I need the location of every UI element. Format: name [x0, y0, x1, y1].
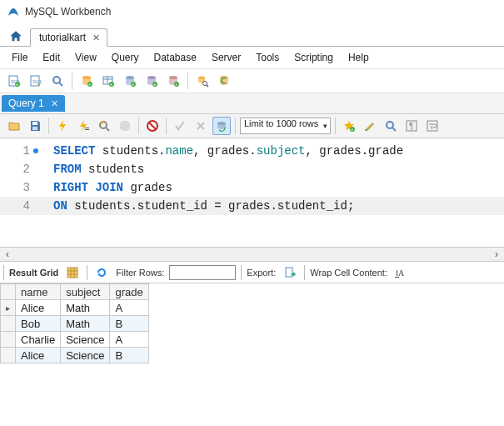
close-icon[interactable]: ✕	[92, 33, 100, 43]
cell[interactable]: Science	[61, 348, 110, 363]
inspector-icon[interactable]	[48, 72, 67, 90]
scroll-left-icon[interactable]: ‹	[0, 248, 15, 261]
column-header-subject[interactable]: subject	[61, 284, 110, 300]
table-row[interactable]: AliceScienceB	[1, 348, 149, 363]
table-row[interactable]: CharlieScienceA	[1, 332, 149, 348]
editor-hscrollbar[interactable]: ‹ ›	[0, 247, 504, 262]
menu-file[interactable]: File	[5, 50, 34, 65]
db-create-view-icon[interactable]: +	[121, 72, 139, 90]
filter-input[interactable]	[169, 265, 236, 280]
svg-rect-53	[286, 268, 292, 277]
editor-line[interactable]: 1SELECT students.name, grades.subject, g…	[0, 142, 504, 160]
toggle-wrap-icon[interactable]	[423, 117, 442, 135]
save-file-icon[interactable]	[26, 117, 44, 135]
query-tab-1[interactable]: Query 1 ✕	[2, 95, 65, 112]
toolbar-separator	[72, 73, 72, 89]
cell[interactable]: Math	[61, 316, 110, 332]
editor-line[interactable]: 3RIGHT JOIN grades	[0, 178, 504, 197]
table-row[interactable]: BobMathB	[1, 316, 149, 332]
menu-server[interactable]: Server	[205, 50, 247, 65]
svg-text:+: +	[132, 82, 134, 87]
svg-line-44	[392, 128, 396, 131]
open-sql-file-icon[interactable]: SQL	[27, 72, 45, 90]
close-icon[interactable]: ✕	[51, 98, 58, 109]
db-create-schema-icon[interactable]: +	[77, 72, 96, 90]
db-reconnect-icon[interactable]	[215, 72, 233, 90]
cell[interactable]: Alice	[16, 300, 61, 316]
cell[interactable]: Alice	[16, 348, 61, 363]
cell[interactable]: Bob	[16, 316, 61, 332]
editor-line[interactable]: 2FROM students	[0, 160, 504, 178]
home-tab[interactable]	[5, 28, 27, 46]
cell[interactable]: A	[110, 332, 148, 348]
svg-text:¶: ¶	[409, 122, 413, 131]
db-search-icon[interactable]	[193, 72, 212, 90]
main-toolbar: SQL+ SQL + + + + +	[0, 68, 504, 93]
cell[interactable]: A	[110, 300, 148, 316]
explain-icon[interactable]	[95, 117, 113, 135]
kill-query-icon[interactable]	[143, 117, 162, 135]
commit-icon[interactable]	[171, 117, 189, 135]
execute-current-icon[interactable]	[74, 117, 92, 135]
toolbar-separator	[187, 73, 188, 89]
find-icon[interactable]	[382, 117, 400, 135]
favorite-icon[interactable]: +	[340, 117, 358, 135]
row-header[interactable]	[1, 316, 16, 332]
breakpoint-dot	[33, 148, 38, 153]
svg-rect-31	[85, 128, 89, 128]
table-row[interactable]: ▸AliceMathA	[1, 300, 149, 316]
column-header-name[interactable]: name	[16, 284, 61, 300]
new-sql-tab-icon[interactable]: SQL+	[5, 72, 23, 90]
row-header[interactable]: ▸	[1, 300, 16, 316]
toggle-invisible-icon[interactable]: ¶	[402, 117, 421, 135]
svg-text:+: +	[175, 82, 177, 87]
beautify-icon[interactable]	[361, 117, 379, 135]
menu-database[interactable]: Database	[147, 50, 203, 65]
db-create-table-icon[interactable]: +	[99, 72, 117, 90]
export-icon[interactable]	[281, 263, 299, 282]
column-header-grade[interactable]: grade	[110, 284, 148, 300]
line-number: 3	[0, 178, 37, 197]
menu-edit[interactable]: Edit	[36, 50, 67, 65]
cell[interactable]: Charlie	[16, 332, 61, 348]
result-grid-view-icon[interactable]	[63, 263, 82, 282]
connection-tabbar: tutorialkart ✕	[0, 23, 504, 47]
wrap-label: Wrap Cell Content:	[310, 268, 387, 278]
row-header-corner	[1, 284, 16, 300]
row-header[interactable]	[1, 332, 16, 348]
cell[interactable]: B	[110, 348, 148, 363]
svg-text:+: +	[110, 82, 112, 87]
connection-tab-tutorialkart[interactable]: tutorialkart ✕	[30, 28, 107, 47]
sql-editor[interactable]: 1SELECT students.name, grades.subject, g…	[0, 138, 504, 247]
rollback-icon[interactable]	[192, 117, 210, 135]
menu-tools[interactable]: Tools	[249, 50, 286, 65]
line-number: 4	[0, 197, 37, 215]
row-limit-dropdown[interactable]: Limit to 1000 rows ▾	[240, 118, 331, 134]
refresh-icon[interactable]	[92, 263, 111, 282]
db-create-func-icon[interactable]: +	[164, 72, 182, 90]
code-text: ON students.student_id = grades.student_…	[37, 197, 354, 215]
editor-line[interactable]: 4ON students.student_id = grades.student…	[0, 197, 504, 215]
cell[interactable]: B	[110, 316, 148, 332]
open-file-icon[interactable]	[5, 117, 23, 135]
svg-rect-30	[32, 127, 37, 130]
svg-rect-32	[85, 129, 89, 130]
row-header[interactable]	[1, 348, 16, 363]
wrap-cell-icon[interactable]: I̲A	[392, 263, 411, 282]
query-toolbar: Limit to 1000 rows ▾ + ¶	[0, 113, 504, 138]
cell[interactable]: Science	[61, 332, 110, 348]
result-grid[interactable]: namesubjectgrade▸AliceMathABobMathBCharl…	[0, 283, 149, 363]
db-create-proc-icon[interactable]: +	[142, 72, 161, 90]
toolbar-separator	[235, 118, 236, 134]
svg-line-7	[59, 83, 62, 86]
autocommit-toggle[interactable]	[212, 117, 231, 135]
svg-text:SQL: SQL	[32, 79, 42, 84]
cell[interactable]: Math	[61, 300, 110, 316]
scroll-right-icon[interactable]: ›	[489, 248, 504, 261]
menu-scripting[interactable]: Scripting	[287, 50, 340, 65]
execute-icon[interactable]	[53, 117, 72, 135]
menu-query[interactable]: Query	[105, 50, 146, 65]
menu-view[interactable]: View	[68, 50, 103, 65]
menu-help[interactable]: Help	[342, 50, 376, 65]
stop-icon[interactable]	[116, 117, 134, 135]
